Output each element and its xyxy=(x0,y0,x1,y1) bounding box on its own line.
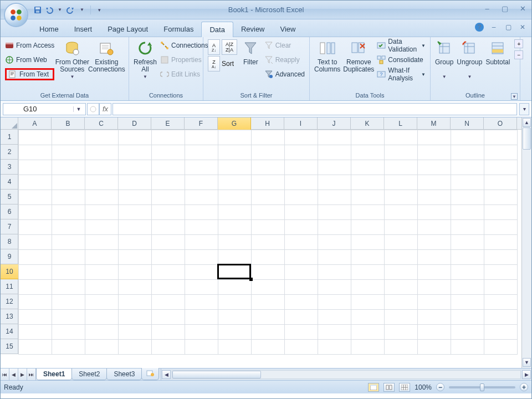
cell[interactable] xyxy=(418,250,451,265)
cell[interactable] xyxy=(185,220,218,235)
cell[interactable] xyxy=(52,220,85,235)
from-other-sources-button[interactable]: From Other Sources ▼ xyxy=(58,39,86,80)
insert-function-button[interactable]: fx xyxy=(99,103,111,115)
sheet-nav-last[interactable]: ⏭ xyxy=(27,369,36,380)
page-break-view-button[interactable] xyxy=(399,383,410,392)
row-header-14[interactable]: 14 xyxy=(1,324,18,339)
cell[interactable] xyxy=(19,220,52,235)
minimize-button[interactable]: – xyxy=(482,3,493,14)
cell[interactable] xyxy=(484,205,518,220)
cell[interactable] xyxy=(351,160,385,175)
cell[interactable] xyxy=(252,340,285,355)
column-header-B[interactable]: B xyxy=(52,117,85,130)
cell[interactable] xyxy=(285,130,318,145)
cell[interactable] xyxy=(484,160,518,175)
cell[interactable] xyxy=(119,190,152,205)
cell[interactable] xyxy=(385,190,418,205)
cell[interactable] xyxy=(119,325,152,340)
sheet-tab-sheet1[interactable]: Sheet1 xyxy=(36,369,72,380)
cell[interactable] xyxy=(19,130,52,145)
cell[interactable] xyxy=(52,325,85,340)
cell[interactable] xyxy=(418,130,451,145)
outline-launcher[interactable]: ▼ xyxy=(511,93,518,100)
cell[interactable] xyxy=(19,250,52,265)
cell[interactable] xyxy=(351,310,385,325)
show-detail-button[interactable]: + xyxy=(514,39,523,48)
subtotal-button[interactable]: Subtotal xyxy=(485,39,510,73)
cell[interactable] xyxy=(152,310,185,325)
advanced-button[interactable]: Advanced xyxy=(264,68,305,80)
cell[interactable] xyxy=(85,190,119,205)
cell[interactable] xyxy=(318,325,351,340)
select-all-corner[interactable] xyxy=(1,117,18,130)
cell[interactable] xyxy=(285,325,318,340)
cell[interactable] xyxy=(52,130,85,145)
cell[interactable] xyxy=(52,250,85,265)
cell[interactable] xyxy=(218,235,252,250)
redo-dropdown-icon[interactable]: ▼ xyxy=(77,5,87,15)
column-header-D[interactable]: D xyxy=(118,117,151,130)
cell[interactable] xyxy=(451,340,484,355)
cell[interactable] xyxy=(119,265,152,280)
column-header-F[interactable]: F xyxy=(185,117,218,130)
cell[interactable] xyxy=(351,190,385,205)
column-header-J[interactable]: J xyxy=(318,117,351,130)
cell[interactable] xyxy=(385,250,418,265)
cell[interactable] xyxy=(484,325,518,340)
cell[interactable] xyxy=(52,175,85,190)
cell[interactable] xyxy=(218,205,252,220)
cell[interactable] xyxy=(85,220,119,235)
cell[interactable] xyxy=(285,310,318,325)
column-header-K[interactable]: K xyxy=(351,117,384,130)
cell[interactable] xyxy=(385,160,418,175)
cell[interactable] xyxy=(85,325,119,340)
page-layout-view-button[interactable] xyxy=(383,383,395,392)
cell[interactable] xyxy=(19,205,52,220)
group-button[interactable]: Group ▼ xyxy=(435,39,453,80)
ungroup-button[interactable]: Ungroup ▼ xyxy=(457,39,482,80)
cell[interactable] xyxy=(451,175,484,190)
cell[interactable] xyxy=(185,190,218,205)
cell[interactable] xyxy=(252,160,285,175)
cell[interactable] xyxy=(385,310,418,325)
cell[interactable] xyxy=(85,250,119,265)
cell[interactable] xyxy=(484,175,518,190)
cell[interactable] xyxy=(119,235,152,250)
scroll-right-button[interactable]: ▶ xyxy=(522,370,531,379)
cell[interactable] xyxy=(451,205,484,220)
tab-view[interactable]: View xyxy=(273,22,304,37)
cell[interactable] xyxy=(252,295,285,310)
zoom-level[interactable]: 100% xyxy=(415,383,432,391)
row-header-5[interactable]: 5 xyxy=(1,190,18,204)
tab-data[interactable]: Data xyxy=(201,22,233,37)
tab-insert[interactable]: Insert xyxy=(66,22,100,37)
cell[interactable] xyxy=(451,220,484,235)
cell[interactable] xyxy=(119,220,152,235)
cell[interactable] xyxy=(152,265,185,280)
cell[interactable] xyxy=(385,205,418,220)
cell[interactable] xyxy=(52,205,85,220)
cell[interactable] xyxy=(185,250,218,265)
cell[interactable] xyxy=(484,145,518,160)
sort-big-button[interactable]: A|ZZ|A xyxy=(222,39,237,55)
cell[interactable] xyxy=(19,235,52,250)
row-header-2[interactable]: 2 xyxy=(1,145,18,160)
cell[interactable] xyxy=(19,325,52,340)
cell[interactable] xyxy=(318,265,351,280)
reapply-button[interactable]: Reapply xyxy=(264,54,305,66)
row-header-3[interactable]: 3 xyxy=(1,160,18,175)
cell[interactable] xyxy=(152,205,185,220)
cell[interactable] xyxy=(85,205,119,220)
cell[interactable] xyxy=(119,310,152,325)
cell[interactable] xyxy=(152,340,185,355)
cell[interactable] xyxy=(285,175,318,190)
cell[interactable] xyxy=(484,280,518,295)
cell[interactable] xyxy=(218,145,252,160)
connections-button[interactable]: Connections xyxy=(160,39,208,52)
column-header-M[interactable]: M xyxy=(417,117,451,130)
cell[interactable] xyxy=(85,310,119,325)
undo-icon[interactable] xyxy=(44,5,54,15)
cell[interactable] xyxy=(152,175,185,190)
tab-page-layout[interactable]: Page Layout xyxy=(100,22,156,37)
cell[interactable] xyxy=(351,280,385,295)
